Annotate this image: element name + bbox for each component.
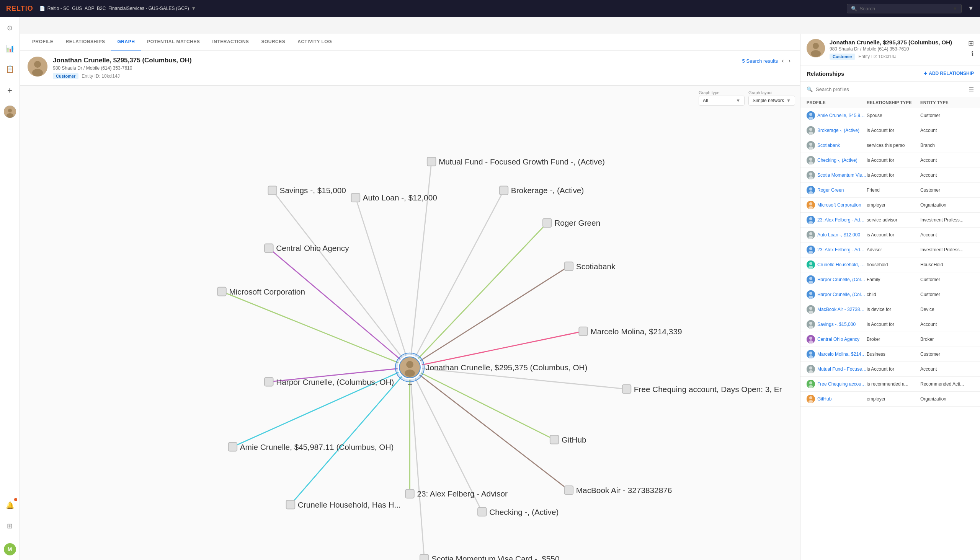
table-row[interactable]: Roger Green Friend Customer [801, 183, 980, 198]
graph-node[interactable]: Auto Loan -, $12,000 [351, 193, 437, 202]
graph-node[interactable]: 23: Alex Felberg - Advisor [405, 489, 508, 498]
svg-point-52 [809, 202, 812, 205]
table-row[interactable]: Savings -, $15,000 is Account for Accoun… [801, 317, 980, 332]
rel-avatar [806, 305, 815, 314]
graph-node[interactable]: Amie Crunelle, $45,987.11 (Columbus, OH) [229, 443, 394, 452]
notification-icon[interactable]: 🔔 [3, 499, 17, 512]
svg-point-64 [809, 262, 812, 265]
grid-icon[interactable]: ⊞ [5, 520, 15, 532]
table-row[interactable]: Central Ohio Agency Broker Broker [801, 332, 980, 347]
table-row[interactable]: Amie Crunelle, $45,987.11 Spouse Custome… [801, 108, 980, 123]
graph-node[interactable]: Mutual Fund - Focused Growth Fund -, (Ac… [427, 157, 605, 166]
profile-cell: Crunelle Household, Has... [806, 260, 867, 269]
right-panel: Jonathan Crunelle, $295,375 (Columbus, O… [800, 34, 980, 560]
table-row[interactable]: 23: Alex Felberg - Adviso... Advisor Inv… [801, 243, 980, 257]
right-profile-sub: 980 Shaula Dr / Mobile (614) 353-7610 [829, 46, 968, 52]
rel-entity: Customer [920, 277, 974, 282]
svg-point-91 [809, 396, 812, 399]
tab-interactions[interactable]: INTERACTIONS [206, 34, 255, 50]
table-row[interactable]: Harpor Crunelle, (Columb... Family Custo… [801, 272, 980, 287]
svg-point-83 [808, 355, 813, 358]
profile-cell: Auto Loan -, $12,000 [806, 231, 867, 239]
node-label: Microsoft Corporation [229, 287, 305, 296]
svg-rect-20 [579, 327, 588, 336]
table-row[interactable]: Marcelo Molina, $214,339... Business Cus… [801, 347, 980, 362]
table-row[interactable]: Harpor Crunelle, (Columb... child Custom… [801, 287, 980, 302]
next-arrow[interactable]: › [787, 57, 792, 65]
rel-avatar [806, 141, 815, 150]
profile-cell: Savings -, $15,000 [806, 320, 867, 328]
user-avatar[interactable] [4, 105, 16, 118]
breadcrumb-icon: 📄 [39, 6, 45, 11]
profile-name: Jonathan Crunelle, $295,375 (Columbus, O… [53, 57, 742, 64]
grid-view-icon[interactable]: ⊞ [968, 39, 974, 47]
table-row[interactable]: Auto Loan -, $12,000 is Account for Acco… [801, 228, 980, 243]
tab-graph[interactable]: GRAPH [111, 34, 141, 50]
graph-node[interactable]: Checking -, (Active) [478, 508, 559, 517]
rel-type: is Account for [867, 322, 920, 327]
node-label: Mutual Fund - Focused Growth Fund -, (Ac… [439, 157, 605, 166]
graph-type-select[interactable]: All ▼ [699, 96, 744, 105]
graph-layout-select[interactable]: Simple network ▼ [748, 96, 795, 105]
rel-name: Crunelle Household, Has... [817, 262, 867, 267]
dashboard-icon[interactable]: ⊙ [5, 22, 15, 35]
graph-node[interactable]: Brokerage -, (Active) [500, 186, 584, 195]
graph-node[interactable]: Harpor Crunelle, (Columbus, OH) [264, 378, 394, 386]
rel-entity: Customer [920, 113, 974, 118]
graph-node[interactable]: Central Ohio Agency [264, 244, 349, 252]
graph-node[interactable]: Scotiabank [565, 262, 616, 271]
table-row[interactable]: Scotiabank services this perso Branch [801, 138, 980, 153]
global-search[interactable]: 🔍 ▼ [847, 4, 962, 13]
table-row[interactable]: GitHub employer Organization [801, 392, 980, 407]
add-icon[interactable]: + [5, 83, 15, 98]
logo: RELTIO [6, 5, 33, 13]
bottom-user-avatar[interactable]: M [4, 543, 16, 555]
tab-sources[interactable]: SOURCES [255, 34, 291, 50]
rel-avatar [806, 260, 815, 269]
graph-node[interactable]: Microsoft Corporation [217, 287, 305, 296]
chart-icon[interactable]: 📊 [3, 42, 17, 55]
search-input[interactable] [860, 6, 950, 12]
graph-node[interactable]: Crunelle Household, Has H... [286, 500, 401, 509]
graph-node[interactable]: Roger Green [543, 218, 600, 227]
graph-node[interactable]: Free Chequing account, Days Open: 3, Er [622, 385, 782, 393]
prev-arrow[interactable]: ‹ [780, 57, 785, 65]
rel-avatar [806, 350, 815, 358]
tab-potential-matches[interactable]: POTENTIAL MATCHES [141, 34, 206, 50]
table-row[interactable]: 23: Alex Felberg - Adviso... service adv… [801, 213, 980, 228]
profiles-filter-icon[interactable]: ☰ [968, 86, 974, 93]
right-profile-name: Jonathan Crunelle, $295,375 (Columbus, O… [829, 39, 968, 45]
table-row[interactable]: Scotia Momentum Visa C... is Account for… [801, 168, 980, 183]
left-sidebar: ⊙ 📊 📋 + 🔔 ⊞ M [0, 17, 20, 560]
table-row[interactable]: Microsoft Corporation employer Organizat… [801, 198, 980, 213]
graph-link [410, 190, 504, 368]
table-row[interactable]: Mutual Fund - Focused Gr... is Account f… [801, 362, 980, 377]
table-row[interactable]: Free Chequing account, D... is recommend… [801, 377, 980, 392]
tab-activity-log[interactable]: ACTIVITY LOG [291, 34, 338, 50]
rel-avatar [806, 290, 815, 299]
graph-node[interactable]: Marcelo Molina, $214,339 [579, 327, 682, 336]
tab-relationships[interactable]: RELATIONSHIPS [60, 34, 111, 50]
table-row[interactable]: Crunelle Household, Has... household Hou… [801, 257, 980, 272]
table-row[interactable]: Brokerage -, (Active) is Account for Acc… [801, 123, 980, 138]
graph-node[interactable]: Savings -, $15,000 [268, 186, 346, 195]
rel-type: is Account for [867, 232, 920, 238]
rel-entity: Account [920, 128, 974, 133]
node-label: Harpor Crunelle, (Columbus, OH) [276, 378, 394, 386]
rel-name: Checking -, (Active) [817, 158, 858, 163]
table-row[interactable]: Checking -, (Active) is Account for Acco… [801, 153, 980, 168]
table-row[interactable]: MacBook Air - 327383287... is device for… [801, 302, 980, 317]
tab-profile[interactable]: PROFILE [26, 34, 60, 50]
graph-visualization[interactable]: −Jonathan Crunelle, $295,375 (Columbus, … [20, 86, 800, 560]
rel-type: Advisor [867, 247, 920, 252]
graph-node[interactable]: GitHub [550, 435, 587, 444]
node-label: Scotiabank [576, 262, 615, 271]
info-icon[interactable]: ℹ [971, 50, 974, 58]
graph-node[interactable]: MacBook Air - 3273832876 [565, 486, 672, 495]
search-profiles-input[interactable] [816, 87, 965, 92]
report-icon[interactable]: 📋 [3, 63, 17, 76]
profile-cell: Harpor Crunelle, (Columb... [806, 290, 867, 299]
graph-node[interactable]: Scotia Momentum Visa Card -, $550 [420, 554, 560, 560]
filter-icon[interactable]: ▼ [968, 5, 974, 12]
add-relationship-button[interactable]: + ADD RELATIONSHIP [924, 70, 974, 77]
